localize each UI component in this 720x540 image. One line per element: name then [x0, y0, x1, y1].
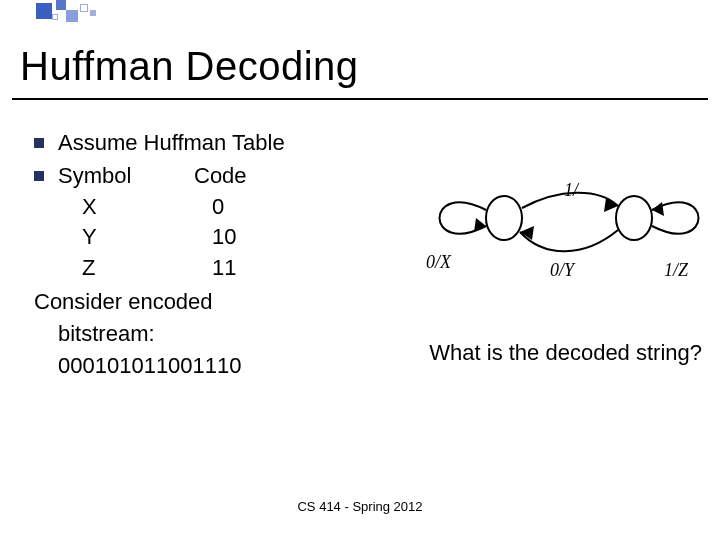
slide-title: Huffman Decoding	[20, 44, 359, 89]
edge-label-0y: 0/Y	[550, 260, 576, 280]
edge-label-1z: 1/Z	[664, 260, 689, 280]
consider-line2: bitstream:	[34, 318, 364, 350]
huffman-table: Symbol Code X 0 Y 10 Z 11	[58, 161, 364, 284]
svg-marker-5	[652, 202, 664, 216]
content-block: Assume Huffman Table Symbol Code X 0 Y 1…	[34, 128, 364, 382]
svg-point-0	[486, 196, 522, 240]
bullet-text: Assume Huffman Table	[58, 128, 285, 159]
square-bullet-icon	[34, 138, 44, 148]
square-bullet-icon	[34, 171, 44, 181]
edge-label-0x: 0/X	[426, 252, 452, 272]
header-decor	[0, 0, 720, 30]
question-text: What is the decoded string?	[429, 340, 702, 366]
bullet-table: Symbol Code X 0 Y 10 Z 11	[34, 161, 364, 284]
bitstream-value: 000101011001110	[34, 350, 364, 382]
col-symbol: Symbol	[58, 161, 194, 192]
svg-point-1	[616, 196, 652, 240]
col-code: Code	[194, 161, 294, 192]
state-diagram: 0/X 1/ 0/Y 1/Z	[374, 168, 704, 318]
table-header-row: Symbol Code	[58, 161, 364, 192]
edge-label-1: 1/	[564, 180, 580, 200]
consider-line1: Consider encoded	[34, 286, 364, 318]
table-row: Z 11	[58, 253, 318, 284]
consider-block: Consider encoded bitstream: 000101011001…	[34, 286, 364, 382]
title-rule	[12, 98, 708, 100]
table-row: Y 10	[58, 222, 318, 253]
slide-footer: CS 414 - Spring 2012	[0, 499, 720, 514]
bullet-assume: Assume Huffman Table	[34, 128, 364, 159]
table-row: X 0	[58, 192, 318, 223]
